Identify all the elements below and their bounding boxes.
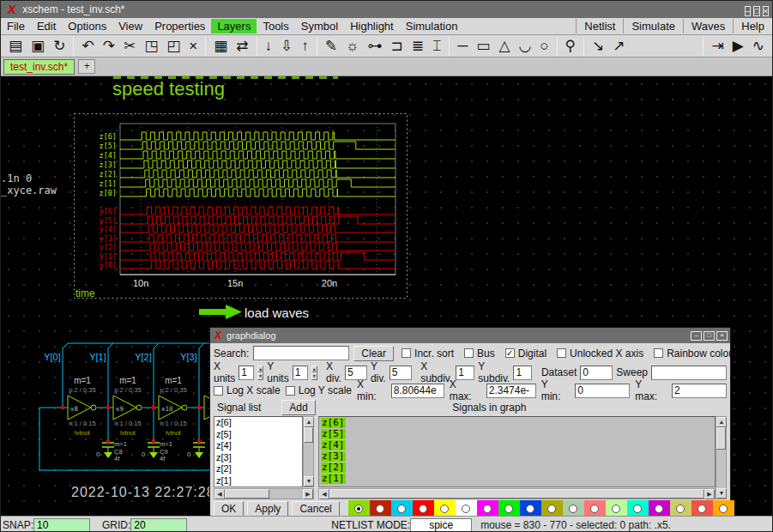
- search-input[interactable]: [253, 346, 349, 360]
- menu-properties[interactable]: Properties: [148, 19, 211, 33]
- menu-simulation[interactable]: Simulation: [400, 19, 464, 33]
- checkbox-bus-box[interactable]: [464, 348, 474, 358]
- color-radio-6[interactable]: [483, 505, 492, 513]
- color-radio-1[interactable]: [376, 505, 384, 513]
- field-x-div-[interactable]: [345, 366, 367, 380]
- cancel-button[interactable]: Cancel: [292, 501, 339, 516]
- color-swatch-5[interactable]: [456, 500, 477, 516]
- field-y-subdiv-[interactable]: [513, 366, 532, 380]
- signal-listbox-hscrollbar[interactable]: ◀ ▶: [214, 488, 314, 499]
- color-radio-10[interactable]: [569, 505, 577, 513]
- signal-list-item[interactable]: z[3]: [214, 452, 302, 464]
- signal-in-graph-item[interactable]: z[3]: [321, 451, 346, 462]
- checkbox-log-x-scale-box[interactable]: [214, 386, 223, 396]
- minimize-icon[interactable]: –: [691, 331, 702, 341]
- insert-image-icon[interactable]: ▦: [209, 36, 232, 57]
- color-swatch-14[interactable]: [649, 500, 670, 516]
- scroll-right-icon[interactable]: ▶: [704, 489, 715, 499]
- pin-icon[interactable]: ⊶: [364, 36, 387, 57]
- signal-list-item[interactable]: z[2]: [214, 463, 302, 475]
- pop-up-icon[interactable]: ↑: [297, 36, 313, 57]
- checkbox-digital[interactable]: ✓Digital: [505, 348, 547, 360]
- color-radio-15[interactable]: [676, 505, 685, 513]
- zoom-icon[interactable]: ⚲: [561, 36, 580, 57]
- field-x-subdiv-[interactable]: [456, 366, 474, 380]
- swap-icon[interactable]: ⇄: [232, 36, 252, 57]
- color-radio-8[interactable]: [526, 505, 534, 513]
- color-radio-13[interactable]: [633, 505, 642, 513]
- color-radio-17[interactable]: [719, 505, 728, 513]
- field-sweep[interactable]: [651, 366, 727, 380]
- save-icon[interactable]: ▣: [27, 36, 49, 57]
- signal-in-graph-item[interactable]: z[5]: [321, 429, 346, 439]
- color-radio-4[interactable]: [440, 505, 449, 513]
- color-swatch-12[interactable]: [606, 500, 627, 516]
- menu-netlist[interactable]: Netlist: [576, 19, 623, 33]
- add-button[interactable]: Add: [281, 400, 315, 415]
- signal-list-item[interactable]: z[5]: [214, 429, 302, 441]
- redo-icon[interactable]: ↷: [99, 36, 119, 57]
- field-dataset[interactable]: [580, 366, 613, 380]
- signal-list-item[interactable]: z[6]: [214, 417, 302, 429]
- signals-in-graph-textarea[interactable]: z[6]z[5]z[4]z[3]z[2]z[1]: [318, 416, 716, 487]
- simulate-icon[interactable]: ▶: [728, 36, 748, 57]
- zoom-out-icon[interactable]: ↗: [608, 36, 629, 57]
- grid-input[interactable]: [130, 518, 187, 532]
- color-radio-3[interactable]: [419, 505, 427, 513]
- color-swatch-1[interactable]: [370, 500, 391, 516]
- cut-icon[interactable]: ✂: [119, 36, 140, 57]
- color-swatch-0[interactable]: [348, 500, 370, 516]
- gate-icon[interactable]: ⊐: [387, 36, 408, 57]
- field-y-units[interactable]: [293, 366, 308, 380]
- close-icon[interactable]: ×: [716, 331, 728, 341]
- draw-icon[interactable]: ✎: [321, 36, 341, 57]
- field-x-min-[interactable]: [391, 384, 444, 398]
- scroll-right-icon[interactable]: ▶: [303, 489, 313, 499]
- color-swatch-13[interactable]: [627, 500, 649, 516]
- inverter-chain-schematic[interactable]: x8x9x10m=1p:2 / 0.35n:1 / 0.15lvtnotm=1p…: [1, 334, 210, 505]
- scroll-down-icon[interactable]: ▼: [304, 476, 314, 487]
- spinner-x-units[interactable]: ▲▼: [257, 366, 263, 380]
- snap-input[interactable]: [33, 518, 90, 532]
- color-swatch-2[interactable]: [391, 500, 413, 516]
- color-swatch-7[interactable]: [498, 500, 520, 516]
- field-y-max-[interactable]: [672, 384, 727, 398]
- menu-highlight[interactable]: Highlight: [344, 19, 400, 33]
- color-radio-0[interactable]: [354, 505, 363, 513]
- arc-icon[interactable]: ◡: [514, 36, 535, 57]
- color-swatch-10[interactable]: [563, 500, 584, 516]
- schematic-canvas[interactable]: speed testing .1n 0 _xyce.raw 10n15n20nt…: [1, 76, 772, 516]
- color-swatch-9[interactable]: [541, 500, 563, 516]
- color-radio-11[interactable]: [590, 505, 599, 513]
- color-radio-5[interactable]: [462, 505, 470, 513]
- tab-test-inv[interactable]: test_inv.sch*: [3, 59, 75, 75]
- toggle-light-icon[interactable]: ☼: [341, 36, 364, 57]
- checkbox-unlocked-x-axis[interactable]: Unlocked X axis: [557, 348, 643, 360]
- polygon-icon[interactable]: △: [494, 36, 514, 57]
- scroll-left-icon[interactable]: ◀: [319, 489, 329, 499]
- color-swatch-11[interactable]: [584, 500, 606, 516]
- color-radio-9[interactable]: [547, 505, 556, 513]
- field-x-max-[interactable]: [486, 384, 536, 398]
- scroll-left-icon[interactable]: ◀: [214, 489, 225, 499]
- checkbox-bus[interactable]: Bus: [464, 348, 495, 360]
- menu-layers[interactable]: Layers: [211, 19, 257, 33]
- color-radio-16[interactable]: [698, 505, 706, 513]
- checkbox-rainbow-colors-box[interactable]: [654, 348, 663, 358]
- apply-button[interactable]: Apply: [247, 501, 288, 516]
- netlist-lines-icon[interactable]: ≣: [408, 36, 428, 57]
- line-icon[interactable]: ─: [453, 36, 472, 57]
- checkbox-incr-sort-box[interactable]: [402, 348, 411, 358]
- checkbox-log-y-scale-box[interactable]: [286, 386, 295, 396]
- textarea-hscrollbar[interactable]: ◀ ▶: [318, 488, 716, 499]
- descend-symbol-icon[interactable]: ⇩: [276, 36, 297, 57]
- menu-help[interactable]: Help: [733, 19, 772, 33]
- color-swatch-4[interactable]: [434, 500, 456, 516]
- field-y-min-[interactable]: [575, 384, 630, 398]
- color-swatch-3[interactable]: [413, 500, 434, 516]
- color-swatch-8[interactable]: [520, 500, 541, 516]
- waves-icon[interactable]: ∿: [748, 36, 769, 57]
- signal-listbox[interactable]: z[6]z[5]z[4]z[3]z[2]z[1]: [214, 416, 303, 487]
- color-swatch-6[interactable]: [477, 500, 498, 516]
- copy-icon[interactable]: ◳: [140, 36, 162, 57]
